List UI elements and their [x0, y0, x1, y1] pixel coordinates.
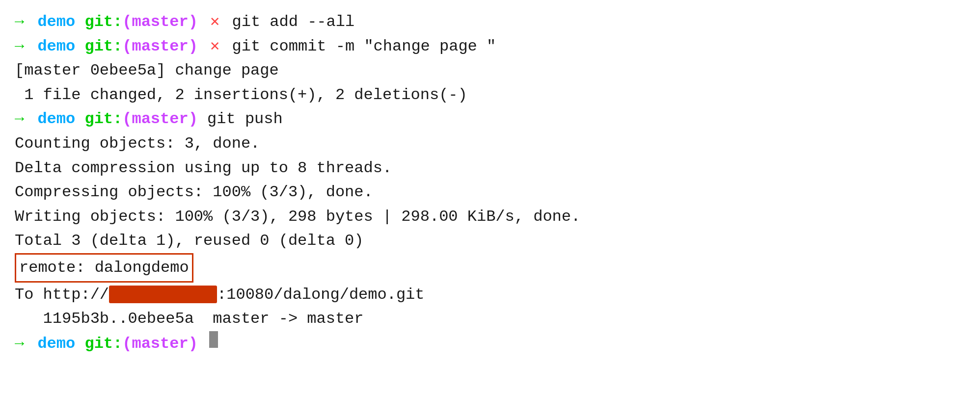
prompt-dir: demo: [28, 10, 84, 34]
remote-highlight-box: remote: dalongdemo: [15, 253, 193, 283]
terminal-line: → demo git:(master) ✕ git add --all: [15, 10, 965, 34]
terminal-output: → demo git:(master) ✕ git add --all → de…: [15, 10, 965, 356]
prompt-arrow: →: [15, 107, 24, 131]
prompt-branch: (master): [122, 107, 198, 131]
terminal-line: 1 file changed, 2 insertions(+), 2 delet…: [15, 83, 965, 107]
terminal-line: 1195b3b..0ebee5a master -> master: [15, 307, 965, 331]
prompt-dir: demo: [28, 107, 84, 131]
prompt-branch: (master): [122, 34, 198, 59]
terminal-line: Delta compression using up to 8 threads.: [15, 156, 965, 181]
prompt-x: ✕: [201, 10, 219, 34]
prompt-arrow: →: [15, 332, 24, 356]
terminal-line: Compressing objects: 100% (3/3), done.: [15, 180, 965, 205]
prompt-git-label: git:: [84, 34, 122, 59]
terminal-line: Total 3 (delta 1), reused 0 (delta 0): [15, 229, 965, 253]
terminal-line: → demo git:(master) ✕ git commit -m "cha…: [15, 34, 965, 59]
terminal-line-final: → demo git:(master): [15, 331, 965, 356]
terminal-line-url: To http://:10080/dalong/demo.git: [15, 283, 965, 307]
prompt-branch: (master): [122, 10, 198, 34]
prompt-arrow: →: [15, 10, 24, 34]
terminal-line: → demo git:(master) git push: [15, 107, 965, 131]
terminal-line: Writing objects: 100% (3/3), 298 bytes |…: [15, 205, 965, 229]
prompt-dir: demo: [28, 34, 84, 59]
cmd-text: [198, 332, 207, 356]
prompt-git-label: git:: [84, 10, 122, 34]
terminal-line: Counting objects: 3, done.: [15, 131, 965, 156]
redacted-url: [109, 286, 217, 303]
prompt-git-label: git:: [84, 107, 122, 131]
cmd-text: git commit -m "change page ": [222, 34, 496, 59]
prompt-x: ✕: [201, 34, 219, 59]
terminal-cursor: [209, 331, 218, 348]
terminal-line: [master 0ebee5a] change page: [15, 58, 965, 83]
cmd-text: git push: [198, 107, 283, 131]
terminal-line-remote: remote: dalongdemo: [15, 253, 965, 283]
prompt-dir: demo: [28, 332, 84, 356]
prompt-git-label: git:: [84, 332, 122, 356]
cmd-text: git add --all: [222, 10, 354, 34]
prompt-branch: (master): [122, 332, 198, 356]
prompt-arrow: →: [15, 34, 24, 59]
